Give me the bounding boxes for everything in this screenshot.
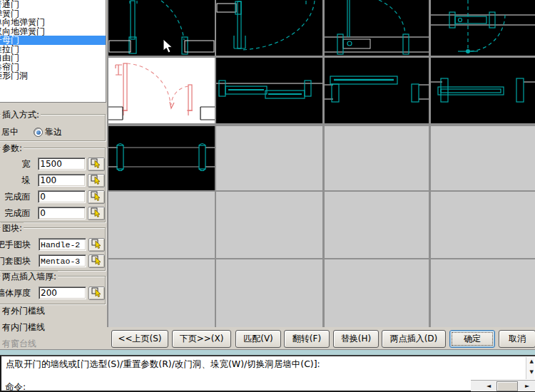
door-type-item[interactable]: 子母门: [0, 36, 106, 45]
pick-from-screen-button[interactable]: [88, 287, 105, 300]
finish-face-outer-input[interactable]: [38, 190, 86, 203]
radio-icon: [34, 128, 43, 137]
parameters-group: 参数: 宽垛完成面完成面: [0, 148, 106, 222]
blocks-group: 图块: 把手图块门套图块: [0, 227, 106, 271]
scroll-up-icon[interactable]: ▲: [530, 359, 534, 364]
insert-mode-group: 插入方式: 居中 靠边: [0, 114, 106, 141]
field-label: 完成面: [1, 191, 31, 203]
parameters-group-label: 参数:: [1, 143, 24, 155]
thumbnail-double-sliding-door[interactable]: [216, 58, 322, 123]
door-parameters-dialog: 普通门弹簧门单向地弹簧门双向地弹簧门子母门推拉门自由门卷帘门矩形门洞 插入方式:…: [0, 0, 535, 392]
blocks-group-label: 图块:: [1, 222, 24, 234]
field-row: 门套图块: [1, 254, 105, 267]
match-button[interactable]: 匹配(V): [235, 330, 281, 348]
thumbnail-empty-cell[interactable]: [216, 259, 322, 327]
field-label: 墙体厚度: [1, 287, 32, 299]
sill-line-options: 有外门槛线有内门槛线有窗台线: [2, 306, 45, 356]
door-frame-block-input[interactable]: [39, 254, 86, 267]
checkbox-option[interactable]: 有内门槛线: [2, 323, 45, 332]
pick-from-screen-button[interactable]: [88, 174, 105, 187]
scroll-right-icon[interactable]: ►: [525, 383, 529, 389]
field-row: 完成面: [1, 190, 105, 203]
command-vertical-scrollbar[interactable]: ▲ ▼: [526, 357, 534, 379]
two-point-wall-group: 两点插入墙厚: 墙体厚度: [0, 276, 106, 304]
prev-page-button[interactable]: <<上页(S): [111, 330, 168, 348]
thumbnail-empty-cell[interactable]: [325, 192, 429, 258]
field-label: 把手图块: [1, 239, 32, 251]
flip-button[interactable]: 翻转(F): [284, 330, 330, 348]
thumbnail-single-swing-door[interactable]: [108, 0, 215, 56]
field-label: 宽: [1, 158, 31, 170]
door-style-preview-grid: [107, 0, 535, 327]
thumbnail-centered-sliding-door[interactable]: [431, 58, 535, 123]
door-type-item[interactable]: 普通门: [0, 0, 106, 9]
field-label: 垛: [1, 175, 31, 187]
scrollbar-thumb[interactable]: [496, 381, 518, 391]
thumbnail-center-pivot-door[interactable]: [431, 0, 535, 56]
field-row: 垛: [1, 174, 105, 187]
left-panel: 普通门弹簧门单向地弹簧门双向地弹簧门子母门推拉门自由门卷帘门矩形门洞 插入方式:…: [0, 0, 107, 349]
field-row: 完成面: [1, 207, 105, 220]
cancel-button[interactable]: 取消: [499, 330, 535, 348]
mouse-cursor-icon: [163, 39, 173, 56]
pick-from-screen-button[interactable]: [88, 190, 105, 204]
pick-from-screen-button[interactable]: [88, 254, 105, 268]
command-input-line[interactable]: 命令:: [5, 381, 26, 392]
thumbnail-empty-cell[interactable]: [431, 192, 535, 258]
two-point-insert-button[interactable]: 两点插入(D): [382, 330, 446, 348]
door-type-item[interactable]: 自由门: [0, 53, 106, 63]
thumbnail-empty-cell[interactable]: [431, 259, 535, 327]
scroll-down-icon[interactable]: ▼: [530, 370, 534, 375]
pick-from-screen-button[interactable]: [88, 238, 105, 252]
door-type-listbox[interactable]: 普通门弹簧门单向地弹簧门双向地弹簧门子母门推拉门自由门卷帘门矩形门洞: [0, 0, 106, 103]
thumbnail-empty-cell[interactable]: [325, 259, 429, 327]
thumbnail-empty-cell[interactable]: [216, 126, 322, 190]
wall-group-label: 两点插入墙厚:: [1, 271, 58, 283]
thumbnail-empty-cell[interactable]: [325, 126, 429, 190]
command-window: 点取开门的墙线或[门选型(S)/重置参数(R)/改门洞、垛宽(W)/切换洞居墙中…: [0, 355, 535, 392]
finish-face-inner-input[interactable]: [38, 207, 86, 220]
door-width-input[interactable]: [38, 158, 86, 170]
next-page-button[interactable]: 下页>>(X): [172, 330, 231, 348]
command-horizontal-scrollbar[interactable]: ◄ ►: [471, 380, 535, 391]
door-pier-input[interactable]: [38, 174, 86, 187]
door-type-item[interactable]: 矩形门洞: [0, 71, 106, 81]
thumbnail-empty-cell[interactable]: [108, 259, 215, 327]
radio-center[interactable]: 居中: [0, 126, 19, 138]
radio-edge-label: 靠边: [45, 126, 62, 138]
field-row: 把手图块: [1, 238, 105, 251]
thumbnail-single-swing-door-large-arc[interactable]: [216, 0, 322, 56]
thumbnail-empty-cell[interactable]: [216, 192, 322, 258]
field-row: 宽: [1, 158, 105, 170]
wall-thickness-input[interactable]: [39, 287, 86, 299]
radio-edge[interactable]: 靠边: [34, 126, 62, 138]
radio-center-label: 居中: [1, 126, 19, 138]
pick-from-screen-button[interactable]: [88, 207, 105, 220]
thumbnail-swing-door-with-frame-panel[interactable]: [325, 0, 429, 56]
field-label: 门套图块: [1, 255, 32, 267]
pick-from-screen-button[interactable]: [88, 158, 105, 171]
checkbox-option[interactable]: 有外门槛线: [2, 306, 45, 316]
thumbnail-unequal-double-swing-door-selected[interactable]: [108, 58, 215, 123]
thumbnail-plain-door-opening[interactable]: [108, 126, 215, 190]
thumbnail-empty-cell[interactable]: [108, 192, 215, 258]
door-type-item[interactable]: 单向地弹簧门: [0, 18, 106, 27]
replace-button[interactable]: 替换(H): [333, 330, 379, 348]
insert-mode-group-label: 插入方式:: [1, 109, 41, 121]
command-history-line: 点取开门的墙线或[门选型(S)/重置参数(R)/改门洞、垛宽(W)/切换洞居墙中…: [6, 359, 320, 371]
ok-button[interactable]: 确定: [449, 330, 495, 348]
thumbnail-single-sliding-door[interactable]: [325, 58, 429, 123]
field-label: 完成面: [1, 207, 31, 220]
handle-block-input[interactable]: [39, 238, 86, 251]
scroll-left-icon[interactable]: ◄: [486, 383, 491, 389]
checkbox-option: 有窗台线: [2, 339, 45, 349]
thumbnail-empty-cell[interactable]: [431, 126, 535, 190]
field-row: 墙体厚度: [1, 287, 105, 299]
